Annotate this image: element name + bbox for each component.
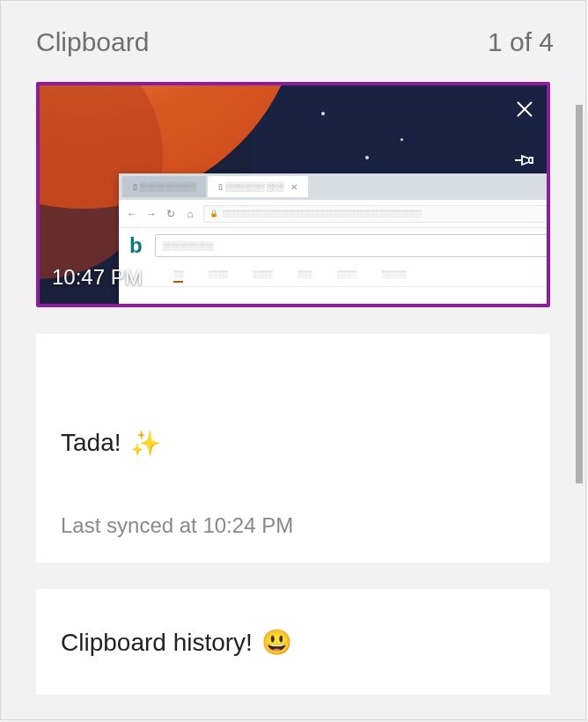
item-timestamp: 10:47 PM [52, 265, 143, 290]
clipboard-item-image[interactable]: ▯ ░░░░░░░░░░ ▯ ░░░░░░░ ░░░ ✕ ← → ↻ ⌂ 🔒 ░… [36, 82, 550, 307]
item-actions [511, 96, 538, 173]
clipboard-header: Clipboard 1 of 4 [1, 1, 585, 82]
item-text-label: Tada! [61, 429, 121, 457]
clipboard-panel: Clipboard 1 of 4 ▯ ░░░░░░░░░░ ▯ ░░░░░░░ … [0, 0, 586, 720]
clipboard-items-list: ▯ ░░░░░░░░░░ ▯ ░░░░░░░ ░░░ ✕ ← → ↻ ⌂ 🔒 ░… [1, 82, 585, 716]
item-text-label: Clipboard history! [61, 629, 253, 657]
scrollbar-thumb[interactable] [576, 105, 583, 483]
sparkle-emoji: ✨ [130, 429, 161, 458]
close-icon [515, 99, 534, 119]
browser-window-mock: ▯ ░░░░░░░░░░ ▯ ░░░░░░░ ░░░ ✕ ← → ↻ ⌂ 🔒 ░… [119, 173, 550, 307]
smile-emoji: 😃 [261, 628, 292, 657]
item-text-content: Clipboard history! 😃 [61, 628, 526, 657]
pin-button[interactable] [511, 147, 538, 173]
delete-button[interactable] [511, 96, 538, 122]
panel-title: Clipboard [36, 27, 149, 57]
item-counter: 1 of 4 [488, 27, 554, 57]
clipboard-item-text[interactable]: Tada! ✨ Last synced at 10:24 PM [36, 334, 550, 563]
clipboard-item-text[interactable]: Clipboard history! 😃 [36, 589, 550, 695]
item-text-content: Tada! ✨ [61, 372, 526, 513]
item-sync-status: Last synced at 10:24 PM [61, 513, 526, 538]
pin-icon [513, 152, 536, 168]
